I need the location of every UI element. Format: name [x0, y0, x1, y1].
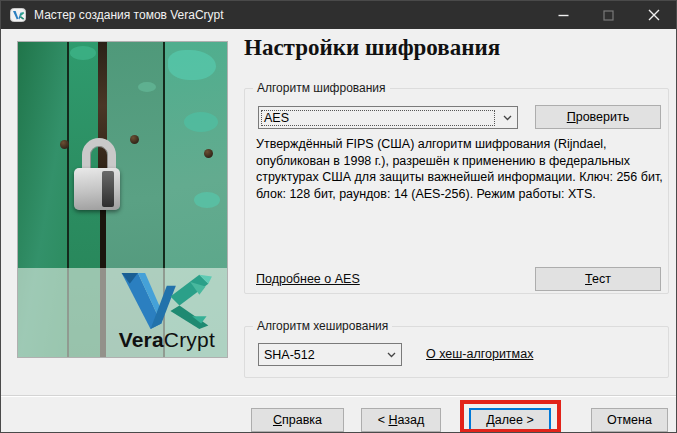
close-button[interactable] — [631, 1, 676, 29]
back-button-prefix: < — [378, 413, 389, 427]
next-button-label: алее > — [495, 413, 534, 427]
test-button-mnemonic: Т — [585, 272, 592, 286]
bolt — [60, 140, 69, 149]
logo-text-regular: Crypt — [164, 328, 215, 351]
hash-group-label: Алгоритм хеширования — [253, 319, 392, 333]
help-button[interactable]: Справка — [251, 408, 344, 432]
cancel-button[interactable]: Отмена — [591, 408, 668, 432]
logo-text-bold: Vera — [119, 328, 164, 351]
test-button-label: ест — [592, 272, 611, 286]
padlock-body — [74, 168, 120, 210]
chevron-down-icon — [497, 115, 517, 121]
verify-button-mnemonic: П — [567, 110, 576, 124]
veracrypt-wizard-window: Мастер создания томов VeraCrypt — [0, 0, 677, 433]
back-button-label: азад — [398, 413, 425, 427]
page-title: Настройки шифрования — [244, 35, 500, 61]
hash-algorithm-combobox[interactable]: SHA-512 — [258, 343, 402, 366]
more-about-aes-link[interactable]: Подробнее о AES — [256, 272, 360, 286]
next-button-mnemonic: Д — [486, 413, 494, 427]
encryption-algorithm-combobox[interactable]: AES — [258, 106, 518, 129]
back-button[interactable]: < Назад — [361, 408, 441, 432]
benchmark-test-button[interactable]: Тест — [535, 267, 661, 291]
veracrypt-logo-icon — [117, 273, 213, 329]
help-button-mnemonic: С — [273, 413, 282, 427]
bolt — [130, 135, 139, 144]
help-button-label: правка — [282, 413, 322, 427]
hash-algorithm-group: Алгоритм хеширования SHA-512 О хеш-алгор… — [244, 326, 669, 378]
footer-separator — [1, 395, 677, 397]
maximize-button — [586, 1, 631, 29]
paint-patch — [138, 82, 156, 92]
padlock-marking — [102, 171, 114, 207]
wizard-banner-door-photo: VeraCrypt — [17, 41, 228, 358]
titlebar[interactable]: Мастер создания томов VeraCrypt — [1, 1, 676, 29]
encryption-group-label: Алгоритм шифрования — [253, 81, 390, 95]
window-title: Мастер создания томов VeraCrypt — [34, 8, 541, 22]
veracrypt-app-icon — [10, 7, 26, 23]
minimize-icon — [558, 10, 569, 21]
close-icon — [648, 9, 660, 21]
encryption-algorithm-group: Алгоритм шифрования AES Проверить Утверж… — [244, 88, 669, 294]
verify-button-label: роверить — [576, 110, 630, 124]
logo-overlay: VeraCrypt — [18, 268, 227, 357]
paint-patch — [70, 46, 96, 60]
veracrypt-logo-text: VeraCrypt — [119, 329, 215, 351]
minimize-button[interactable] — [541, 1, 586, 29]
paint-patch — [184, 112, 218, 132]
hash-algorithm-value: SHA-512 — [261, 347, 379, 363]
verify-button[interactable]: Проверить — [535, 105, 661, 129]
bolt — [204, 149, 213, 158]
algorithm-description: Утверждённый FIPS (США) алгоритм шифрова… — [256, 136, 664, 202]
paint-patch — [168, 50, 216, 80]
next-button[interactable]: Далее > — [469, 408, 551, 432]
maximize-icon — [603, 10, 614, 21]
encryption-algorithm-value: AES — [261, 110, 495, 126]
hash-info-link[interactable]: О хеш-алгоритмах — [426, 347, 533, 361]
paint-patch — [194, 192, 220, 208]
chevron-down-icon — [381, 352, 401, 358]
back-button-mnemonic: Н — [388, 413, 397, 427]
